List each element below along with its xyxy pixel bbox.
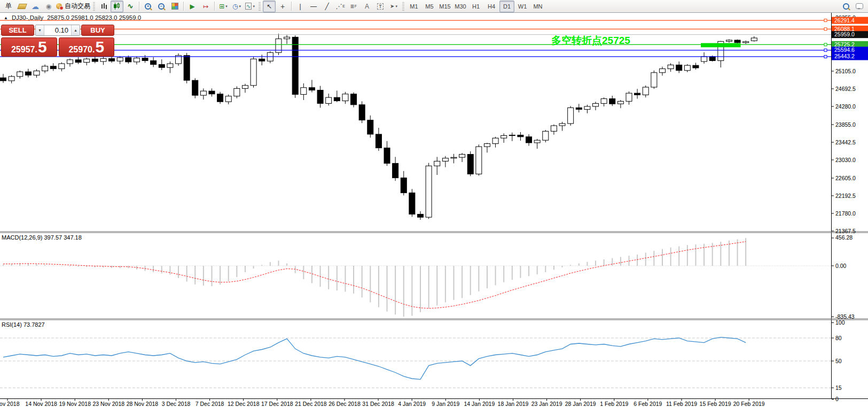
svg-text:22192.5: 22192.5 <box>835 193 856 199</box>
toolbar-grip[interactable] <box>93 2 95 11</box>
indicator-icon: ∿ <box>245 3 252 10</box>
svg-text:21780.0: 21780.0 <box>835 210 856 217</box>
timeframe-m1[interactable]: M1 <box>406 1 421 12</box>
timeframe-m15[interactable]: M15 <box>437 1 452 12</box>
bar-chart-icon[interactable] <box>97 1 110 12</box>
svg-text:14 Nov 2018: 14 Nov 2018 <box>25 401 57 407</box>
svg-text:9 Jan 2019: 9 Jan 2019 <box>432 401 459 407</box>
svg-text:31 Dec 2018: 31 Dec 2018 <box>362 401 394 407</box>
symbol-period-label: DJ30-,Daily <box>12 14 43 21</box>
gold-ingot-shape <box>17 4 27 9</box>
text-icon[interactable]: A <box>361 1 373 12</box>
volume-increase-button[interactable]: ▴ <box>71 25 80 35</box>
timeframe-w1[interactable]: W1 <box>515 1 530 12</box>
vertical-line-icon[interactable]: | <box>294 1 307 12</box>
svg-text:3 Dec 2018: 3 Dec 2018 <box>162 401 191 407</box>
svg-text:17 Dec 2018: 17 Dec 2018 <box>261 401 293 407</box>
annotation-text[interactable]: 多空转折点25725 <box>551 35 630 46</box>
magnifier-minus: − <box>158 3 165 10</box>
toolbar-separator <box>291 2 292 11</box>
autotrade-button[interactable]: 自动交易 <box>56 1 91 12</box>
price-line-25959.0[interactable]: 25959.0 <box>0 31 868 38</box>
timeframe-mn[interactable]: MN <box>530 1 545 12</box>
trend-line-icon[interactable]: ╱ <box>320 1 333 12</box>
sell-price-frac: 5 <box>38 38 47 56</box>
tile-windows-icon[interactable] <box>168 1 181 12</box>
line-chart-icon[interactable]: ∿ <box>124 1 137 12</box>
equidistant-channel-icon[interactable]: ⋰E <box>334 1 347 12</box>
volume-input[interactable]: 0.10 <box>44 25 71 35</box>
svg-text:23 Nov 2018: 23 Nov 2018 <box>93 401 125 407</box>
buy-button[interactable]: BUY <box>81 25 114 36</box>
chart-canvas[interactable]: 26355.025105.024692.524280.023855.023442… <box>0 0 868 415</box>
timeframe-h4[interactable]: H4 <box>484 1 499 12</box>
indicators-button[interactable]: ∿▾ <box>244 1 256 12</box>
macd-indicator: 456.280.00-835.43MACD(12,26,9) 397.57 34… <box>0 234 855 320</box>
profiles-button[interactable]: ◷▾ <box>230 1 243 12</box>
buy-price-display[interactable]: 25970.5 <box>59 37 115 57</box>
price-line-26088.1[interactable]: 26088.1 <box>0 26 868 33</box>
gold-bar-icon[interactable] <box>15 1 28 12</box>
magnifier-glyph <box>843 3 849 10</box>
new-chart-button[interactable]: ⊞▾ <box>217 1 230 12</box>
timeframe-d1[interactable]: D1 <box>499 1 514 12</box>
chat-icon[interactable] <box>853 1 866 12</box>
svg-text:24280.0: 24280.0 <box>835 103 856 110</box>
sell-price-main: 25957. <box>11 41 37 59</box>
fibonacci-icon[interactable]: ≡F <box>347 1 360 12</box>
svg-text:21367.5: 21367.5 <box>835 228 856 234</box>
svg-text:456.28: 456.28 <box>835 234 853 241</box>
label-box-glyph: T <box>377 3 384 10</box>
horizontal-line-icon[interactable]: — <box>307 1 320 12</box>
svg-text:25443.2: 25443.2 <box>834 53 855 59</box>
svg-text:25959.0: 25959.0 <box>834 31 855 37</box>
toolbar-grip[interactable] <box>402 2 404 11</box>
magnifier-plus: + <box>145 3 151 10</box>
candlestick-chart-icon[interactable] <box>111 1 123 12</box>
search-icon[interactable] <box>840 1 853 12</box>
svg-text:11 Feb 2019: 11 Feb 2019 <box>666 401 697 407</box>
cursor-icon[interactable]: ↖ <box>263 1 276 12</box>
zoom-in-icon[interactable]: + <box>142 1 154 12</box>
auto-scroll-icon[interactable]: ▶ <box>186 1 199 12</box>
svg-text:18 Jan 2019: 18 Jan 2019 <box>498 401 529 407</box>
buy-price-frac: 5 <box>95 38 104 56</box>
svg-text:4 Jan 2019: 4 Jan 2019 <box>398 401 426 407</box>
svg-text:100: 100 <box>835 319 845 326</box>
zoom-out-icon[interactable]: − <box>155 1 168 12</box>
date-axis[interactable]: Nov 201814 Nov 201819 Nov 201823 Nov 201… <box>0 399 765 408</box>
new-order-button[interactable]: 单 <box>2 1 15 12</box>
collapse-marker-icon[interactable]: ▲ <box>4 16 8 20</box>
charts-cloud-icon[interactable]: ☁ <box>29 1 42 12</box>
signal-icon[interactable]: ◉ <box>42 1 55 12</box>
tile-grid-glyph <box>171 3 178 10</box>
sell-button[interactable]: SELL <box>1 25 34 36</box>
toolbar-separator <box>214 2 215 11</box>
toolbar-grip[interactable] <box>259 2 261 11</box>
sell-price-display[interactable]: 25957.5 <box>1 37 57 57</box>
svg-text:25105.0: 25105.0 <box>835 68 856 74</box>
svg-text:0.00: 0.00 <box>835 263 847 269</box>
svg-text:6 Feb 2019: 6 Feb 2019 <box>634 401 662 407</box>
volume-decrease-button[interactable]: ▾ <box>36 25 44 35</box>
timeframe-m5[interactable]: M5 <box>422 1 437 12</box>
timeframe-h1[interactable]: H1 <box>468 1 483 12</box>
timeframe-m30[interactable]: M30 <box>453 1 468 12</box>
cloud-glyph: ☁ <box>32 2 39 11</box>
signal-glyph: ◉ <box>46 3 51 10</box>
shift-glyph: ↦ <box>203 3 208 10</box>
svg-text:1 Feb 2019: 1 Feb 2019 <box>600 401 628 407</box>
rsi-label: RSI(14) 73.7827 <box>2 321 45 328</box>
text-label-icon[interactable]: T <box>374 1 387 12</box>
svg-text:19 Nov 2018: 19 Nov 2018 <box>59 401 91 407</box>
dropdown-arrow-icon: ▾ <box>253 4 255 9</box>
svg-text:28 Jan 2019: 28 Jan 2019 <box>565 401 596 407</box>
dropdown-arrow-icon: ▾ <box>225 4 228 9</box>
highlight-rectangle[interactable] <box>701 43 740 48</box>
crosshair-icon[interactable]: + <box>276 1 289 12</box>
macd-label: MACD(12,26,9) 397.57 347.18 <box>2 234 82 241</box>
chart-shift-icon[interactable]: ↦ <box>199 1 212 12</box>
clock-icon: ◷ <box>232 3 238 10</box>
price-line-25594.6[interactable]: 25594.6 <box>0 47 868 53</box>
arrow-objects-icon[interactable]: ➤▾ <box>387 1 400 12</box>
